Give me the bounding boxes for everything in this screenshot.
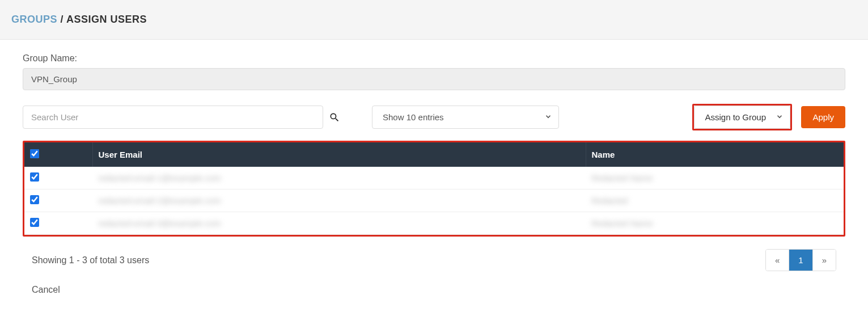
row-checkbox[interactable]: [30, 195, 39, 204]
row-checkbox[interactable]: [30, 218, 39, 227]
apply-button[interactable]: Apply: [801, 106, 845, 128]
user-name-cell: Redacted: [591, 196, 628, 205]
table-row: redacted-email-1@example.com Redacted Na…: [24, 167, 844, 189]
breadcrumb-bar: GROUPS / ASSIGN USERS: [0, 0, 868, 40]
breadcrumb-current: ASSIGN USERS: [66, 14, 147, 25]
group-name-input: [23, 68, 845, 90]
select-all-checkbox[interactable]: [30, 149, 39, 158]
assign-select-wrap[interactable]: Assign to Group: [694, 106, 790, 129]
breadcrumb-root[interactable]: GROUPS: [11, 14, 57, 25]
column-header-name[interactable]: Name: [586, 142, 844, 167]
group-name-label: Group Name:: [23, 53, 845, 64]
user-email-cell: redacted-email-1@example.com: [98, 173, 221, 183]
column-header-email[interactable]: User Email: [92, 142, 586, 167]
pager: « 1 »: [765, 249, 836, 271]
cancel-link[interactable]: Cancel: [23, 285, 845, 295]
user-email-cell: redacted-email-2@example.com: [98, 196, 221, 205]
user-email-cell: redacted-email-3@example.com: [98, 218, 221, 228]
users-table: User Email Name redacted-email-1@example…: [24, 142, 844, 235]
pagination-status: Showing 1 - 3 of total 3 users: [32, 255, 149, 265]
assign-select[interactable]: Assign to Group: [694, 106, 790, 129]
breadcrumb: GROUPS / ASSIGN USERS: [11, 14, 857, 26]
entries-select[interactable]: Show 10 entries: [372, 106, 559, 129]
search-icon[interactable]: [329, 112, 340, 123]
pager-page-1[interactable]: 1: [789, 250, 812, 271]
search-input[interactable]: [23, 106, 323, 129]
user-name-cell: Redacted Name: [591, 218, 653, 228]
table-row: redacted-email-2@example.com Redacted: [24, 189, 844, 212]
breadcrumb-separator: /: [61, 14, 64, 25]
row-checkbox[interactable]: [30, 172, 39, 182]
table-row: redacted-email-3@example.com Redacted Na…: [24, 212, 844, 235]
pager-prev[interactable]: «: [766, 250, 789, 271]
entries-select-wrap[interactable]: Show 10 entries: [372, 106, 559, 129]
user-name-cell: Redacted Name: [591, 173, 653, 183]
pager-next[interactable]: »: [813, 250, 836, 271]
